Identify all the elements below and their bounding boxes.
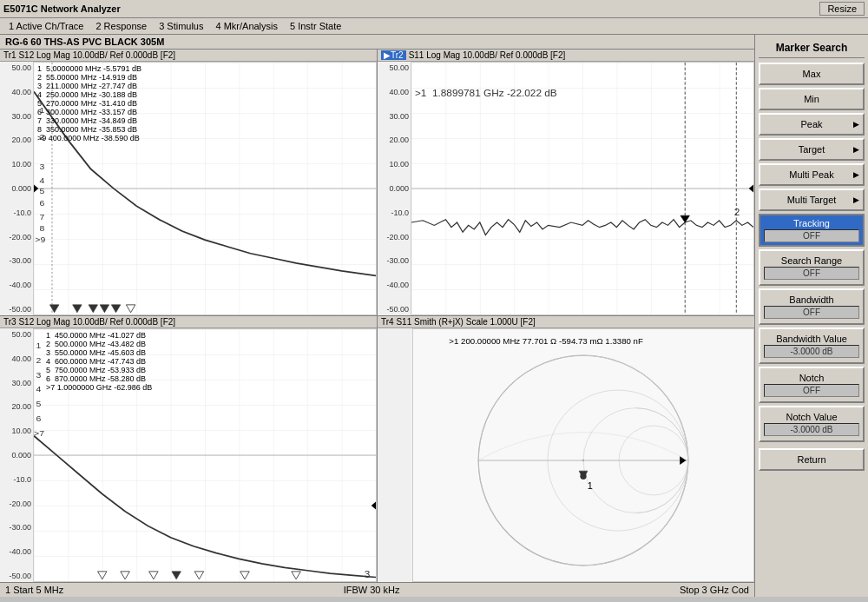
menu-item-5[interactable]: 5 Instr State: [285, 20, 346, 32]
tracking-label: Tracking: [764, 218, 859, 228]
menu-bar: 1 Active Ch/Trace 2 Response 3 Stimulus …: [0, 18, 868, 35]
svg-text:4: 4: [36, 385, 42, 394]
menu-item-1[interactable]: 1 Active Ch/Trace: [3, 20, 89, 32]
tracking-button[interactable]: Tracking OFF: [759, 214, 865, 247]
notch-value-button[interactable]: Notch Value -3.0000 dB: [759, 406, 865, 442]
svg-text:1: 1: [36, 341, 42, 350]
tr3-y-axis: 50.0040.0030.0020.0010.00 0.000-10.0-20.…: [0, 328, 33, 582]
notch-value-val: -3.0000 dB: [764, 423, 859, 436]
status-ifbw: IFBW 30 kHz: [344, 585, 400, 595]
svg-text:2: 2: [36, 356, 42, 365]
svg-text:1: 1: [588, 480, 593, 491]
search-range-button[interactable]: Search Range OFF: [759, 249, 865, 286]
chart-tr2-title: ▶Tr2 S11 Log Mag 10.00dB/ Ref 0.000dB [F…: [378, 50, 754, 62]
chart-tr3-title: Tr3 S12 Log Mag 10.00dB/ Ref 0.000dB [F2…: [0, 316, 377, 328]
svg-text:>1  1.8899781 GHz  -22.022 dB: >1 1.8899781 GHz -22.022 dB: [415, 89, 557, 98]
chart-tr1-title: Tr1 S12 Log Mag 10.00dB/ Ref 0.000dB [F2…: [0, 50, 377, 62]
tr2-y-axis: 50.0040.0030.0020.0010.00 0.000-10.0-20.…: [378, 62, 411, 315]
chart-tr3: Tr3 S12 Log Mag 10.00dB/ Ref 0.000dB [F2…: [0, 316, 377, 582]
svg-text:5: 5: [36, 400, 42, 408]
tr2-chart-area: 2 >1 1.8899781 GHz -22.022 dB: [411, 62, 754, 315]
max-button[interactable]: Max: [759, 63, 865, 85]
svg-text:>9: >9: [35, 235, 45, 244]
return-button[interactable]: Return: [759, 448, 865, 471]
status-stop: Stop 3 GHz Cod: [680, 585, 749, 595]
svg-text:>7: >7: [34, 428, 44, 437]
notch-value: OFF: [764, 384, 859, 397]
tr4-y-axis: [378, 328, 412, 582]
bandwidth-value-label: Bandwidth Value: [764, 334, 859, 344]
svg-text:3: 3: [365, 569, 371, 579]
menu-item-4[interactable]: 4 Mkr/Analysis: [210, 20, 283, 32]
chart-tr1: Tr1 S12 Log Mag 10.00dB/ Ref 0.000dB [F2…: [0, 50, 377, 315]
search-range-value: OFF: [764, 267, 859, 280]
sidebar-title: Marker Search: [759, 38, 865, 58]
tr1-markers: 1 5.0000000 MHz -5.5791 dB 2 55.00000 MH…: [36, 64, 143, 142]
target-button[interactable]: Target: [759, 138, 865, 161]
search-range-label: Search Range: [764, 255, 859, 266]
svg-text:2: 2: [734, 208, 740, 217]
svg-text:3: 3: [36, 371, 42, 380]
app-title: E5071C Network Analyzer: [3, 3, 121, 14]
peak-button[interactable]: Peak: [759, 113, 865, 136]
tr3-chart-area: 3 1 2 3 4 5 6 >7 1 450.0000 MHz -41.027 …: [33, 328, 377, 582]
svg-text:6: 6: [40, 199, 45, 208]
svg-text:8: 8: [40, 224, 45, 233]
tracking-value: OFF: [764, 229, 859, 242]
bandwidth-label: Bandwidth: [764, 294, 859, 305]
notch-value-label: Notch Value: [764, 412, 859, 422]
svg-text:4: 4: [40, 176, 45, 185]
svg-text:6: 6: [36, 414, 42, 423]
sidebar: Marker Search Max (function(){ const btn…: [755, 35, 868, 597]
multi-target-button[interactable]: Multi Target: [759, 189, 865, 211]
resize-button[interactable]: Resize: [819, 2, 865, 16]
tr4-smith-area: >1 200.00000 MHz 77.701 Ω -594.73 mΩ 1.3…: [412, 328, 754, 582]
status-bar: 1 Start 5 MHz IFBW 30 kHz Stop 3 GHz Cod: [0, 582, 754, 597]
chart-tr4: Tr4 S11 Smith (R+jX) Scale 1.000U [F2] >…: [378, 316, 754, 582]
multi-peak-button[interactable]: Multi Peak: [759, 163, 865, 186]
bandwidth-value: OFF: [764, 306, 859, 319]
svg-point-52: [582, 460, 584, 461]
tr1-chart-area: 1 2 3 4 5 6 7 8 >9 1 5.0000000 MHz -5.57…: [33, 62, 377, 315]
notch-button[interactable]: Notch OFF: [759, 367, 865, 403]
svg-text:7: 7: [40, 212, 45, 221]
svg-text:3: 3: [40, 162, 45, 170]
min-button[interactable]: Min: [759, 88, 865, 110]
svg-point-54: [580, 473, 586, 480]
chart-tr2: ▶Tr2 S11 Log Mag 10.00dB/ Ref 0.000dB [F…: [378, 50, 754, 315]
chart-tr4-title: Tr4 S11 Smith (R+jX) Scale 1.000U [F2]: [378, 316, 754, 328]
svg-text:5: 5: [40, 186, 45, 195]
cable-label: RG-6 60 THS-AS PVC BLACK 305M: [0, 35, 754, 50]
tr1-y-axis: 50.0040.0030.0020.0010.00 0.000-10.0-20.…: [0, 62, 33, 315]
tr3-markers: 1 450.0000 MHz -41.027 dB 2 500.0000 MHz…: [44, 331, 154, 392]
bandwidth-value-val: -3.0000 dB: [764, 345, 859, 358]
svg-text:>1  200.00000 MHz  77.701 Ω  -: >1 200.00000 MHz 77.701 Ω -594.73 mΩ 1.3…: [449, 336, 643, 346]
menu-item-3[interactable]: 3 Stimulus: [154, 20, 208, 32]
bandwidth-value-button[interactable]: Bandwidth Value -3.0000 dB: [759, 327, 865, 364]
notch-label: Notch: [764, 373, 859, 383]
status-start: 1 Start 5 MHz: [5, 585, 63, 595]
menu-item-2[interactable]: 2 Response: [90, 20, 152, 32]
title-bar: E5071C Network Analyzer Resize: [0, 0, 868, 18]
bandwidth-button[interactable]: Bandwidth OFF: [759, 288, 865, 325]
